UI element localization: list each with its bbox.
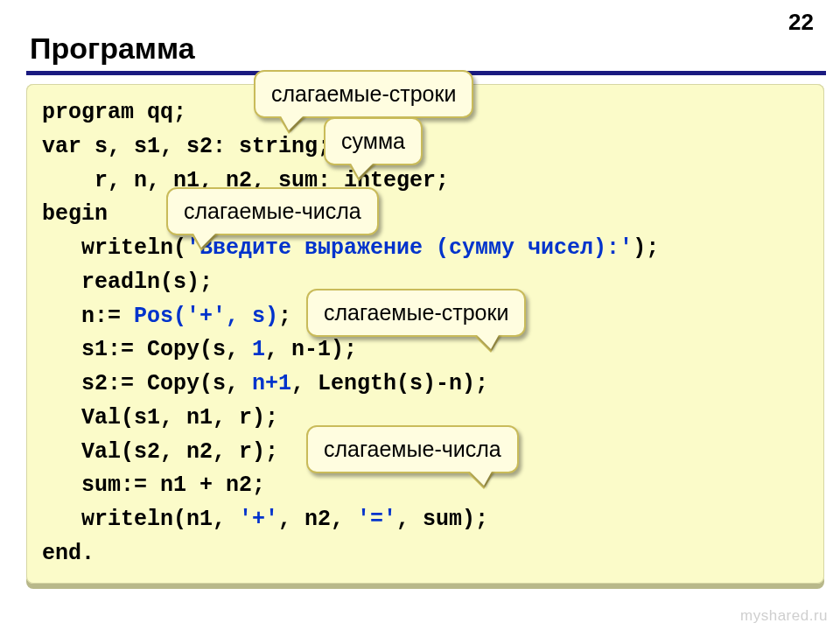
code-text: s2:= Copy(s, xyxy=(42,371,252,396)
code-text: s1:= Copy(s, xyxy=(42,337,252,362)
code-line: begin xyxy=(42,198,808,232)
code-text: writeln( xyxy=(42,235,186,261)
code-line: writeln('Введите выражение (сумму чисел)… xyxy=(42,232,808,266)
callout-addends-numbers-top: слагаемые-числа xyxy=(166,187,379,235)
code-line: var s, s1, s2: string; xyxy=(42,130,808,164)
code-text: , sum); xyxy=(396,507,488,532)
code-highlight: Pos('+', s) xyxy=(134,304,278,329)
code-line: writeln(n1, '+', n2, '=', sum); xyxy=(42,503,808,537)
code-text: writeln(n1, xyxy=(42,507,239,532)
code-line: end. xyxy=(42,537,808,571)
code-line: r, n, n1, n2, sum: integer; xyxy=(42,164,808,199)
watermark: myshared.ru xyxy=(740,607,828,625)
code-text: , n2, xyxy=(278,507,357,532)
code-block-shadow: program qq; var s, s1, s2: string; r, n,… xyxy=(26,84,824,589)
callout-addends-numbers-mid: слагаемые-числа xyxy=(306,425,519,473)
code-line: sum:= n1 + n2; xyxy=(42,469,808,503)
code-string: '+' xyxy=(239,507,278,532)
code-text: , n-1); xyxy=(265,337,357,362)
code-line: s1:= Copy(s, 1, n-1); xyxy=(42,333,808,368)
code-text: ; xyxy=(278,304,291,329)
code-string: '=' xyxy=(357,507,396,532)
code-text: , Length(s)-n); xyxy=(291,371,488,396)
code-text: n:= xyxy=(42,304,134,329)
slide: 22 Программа program qq; var s, s1, s2: … xyxy=(10,4,830,589)
code-text: ); xyxy=(633,235,659,261)
callout-sum: сумма xyxy=(324,117,423,165)
code-highlight: n+1 xyxy=(252,371,291,396)
code-highlight: 1 xyxy=(252,337,265,362)
code-block: program qq; var s, s1, s2: string; r, n,… xyxy=(26,84,824,584)
page-title: Программа xyxy=(30,32,830,69)
code-string: 'Введите выражение (сумму чисел):' xyxy=(186,235,633,261)
callout-addends-strings-top: слагаемые-строки xyxy=(254,70,473,118)
slide-number: 22 xyxy=(788,9,814,36)
code-line: s2:= Copy(s, n+1, Length(s)-n); xyxy=(42,368,808,402)
callout-addends-strings-mid: слагаемые-строки xyxy=(306,289,526,337)
